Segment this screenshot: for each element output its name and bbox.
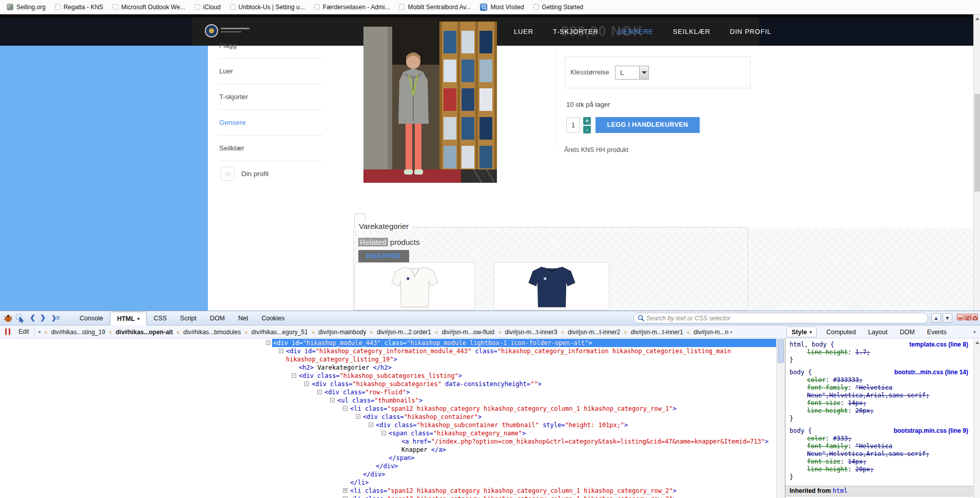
nav-item-din-profil[interactable]: DIN PROFIL	[730, 28, 772, 35]
tree-line[interactable]: -<div class="hikashop_subcategories_list…	[0, 372, 776, 380]
expander-icon[interactable]: -	[317, 390, 322, 394]
css-property[interactable]: font-size: 14px;	[790, 458, 969, 466]
tree-line[interactable]: <h2> Varekategorier </h2>	[0, 363, 776, 372]
tree-scrollbar[interactable]	[776, 338, 785, 498]
sidebar-item-gensere[interactable]: Gensere	[219, 110, 323, 136]
tree-line[interactable]: -<div class="row-fluid">	[0, 388, 776, 396]
breadcrumb-scroll-left-icon[interactable]: ◂	[38, 325, 41, 338]
breadcrumb-item[interactable]: div#jsn-m...t-inner3	[505, 329, 558, 336]
breadcrumb-item[interactable]: div#jsn-m...2.order1	[377, 329, 431, 336]
tree-line[interactable]: -<div id="hikashop_category_information_…	[0, 347, 776, 355]
side-tab-dom[interactable]: DOM	[894, 329, 921, 336]
tree-line[interactable]: hikashop_category_listing_19">	[0, 355, 776, 363]
side-tab-events[interactable]: Events	[921, 329, 953, 336]
bookmark-item[interactable]: Unblock-Us | Setting u...	[225, 0, 310, 14]
close-firebug-icon[interactable]	[971, 314, 978, 320]
back-icon[interactable]: ❮	[30, 314, 35, 321]
side-tab-style[interactable]: Style▾	[786, 327, 817, 337]
breadcrumb-item[interactable]: div#hikas...egory_51	[252, 329, 308, 336]
css-property[interactable]: font-family: "Helvetica Neue",Helvetica,…	[790, 443, 969, 458]
expander-icon[interactable]: -	[304, 381, 309, 386]
minimize-firebug-icon[interactable]	[957, 314, 964, 320]
detach-firebug-icon[interactable]	[964, 314, 971, 320]
css-file-link[interactable]: template.css (line 8)	[909, 341, 968, 349]
sidebar-item-din-profil[interactable]: ☆ Din profil	[221, 167, 268, 181]
bookmark-item[interactable]: Most Visited	[475, 0, 528, 14]
breadcrumb-item[interactable]: div#jsn-m...n	[694, 329, 728, 336]
sidebar-item-flagg[interactable]: Flagg	[219, 33, 323, 59]
bookmark-item[interactable]: Færderseilasen - Admi...	[310, 0, 395, 14]
breadcrumb-more-icon[interactable]: ▸	[731, 330, 733, 334]
bookmark-item[interactable]: Seiling.org	[2, 0, 50, 14]
scroll-up-icon[interactable]	[975, 341, 979, 344]
tree-line[interactable]: +<li class="span12 hikashop_category hik…	[0, 487, 776, 495]
tab-dom[interactable]: DOM	[203, 311, 232, 325]
nav-item-t-skjorter[interactable]: T-SKJORTER	[553, 28, 599, 35]
side-tab-computed[interactable]: Computed	[820, 329, 862, 336]
tree-line[interactable]: </li>	[0, 478, 776, 487]
expander-icon[interactable]: -	[266, 340, 271, 345]
tree-line[interactable]: -<div class="hikashop_subcontainer thumb…	[0, 421, 776, 429]
tree-line[interactable]: -<div id="hikashop_module_443" class="hi…	[0, 339, 776, 347]
expander-icon[interactable]: -	[279, 349, 283, 353]
css-property[interactable]: line-height: 20px;	[790, 466, 969, 473]
page-scrollbar[interactable]	[973, 14, 980, 311]
breadcrumb-item[interactable]: div#jsn-m...ow-fluid	[441, 329, 494, 336]
tree-line[interactable]: <a href="/index.php?option=com_hikashop&…	[0, 437, 776, 446]
scroll-up-icon[interactable]	[975, 17, 979, 20]
tree-line[interactable]: -<li class="span12 hikashop_category hik…	[0, 405, 776, 413]
expander-icon[interactable]: -	[343, 406, 348, 411]
edit-html-icon[interactable]	[5, 328, 10, 335]
tree-line[interactable]: Knapper </a>	[0, 446, 776, 454]
css-property[interactable]: font-family: "Helvetica Neue",Helvetica,…	[790, 384, 969, 399]
expander-icon[interactable]: -	[330, 398, 335, 403]
css-file-link[interactable]: bootstrap.min.css (line 9)	[894, 427, 968, 435]
style-panel-scrollbar[interactable]	[973, 338, 980, 498]
page-scrollbar-thumb[interactable]	[974, 94, 980, 191]
sidebar-item-seilkl-r[interactable]: Seilklær	[219, 136, 323, 161]
product-photo[interactable]	[363, 17, 497, 183]
breadcrumb-item[interactable]: div#hikas...open-alt	[116, 329, 172, 336]
tree-line[interactable]: -<span class="hikashop_category_name">	[0, 429, 776, 437]
search-previous-icon[interactable]: ▲	[931, 313, 941, 323]
css-property[interactable]: color: #333333;	[790, 376, 969, 384]
nav-item-luer[interactable]: LUER	[514, 28, 533, 35]
related-product-card[interactable]	[354, 262, 475, 310]
chevron-down-icon[interactable]	[639, 66, 648, 79]
breadcrumb-item[interactable]: div#jsn-m...t-inner1	[631, 329, 683, 336]
category-link-knapper[interactable]: KNAPPER	[358, 250, 409, 262]
search-input[interactable]	[646, 314, 924, 322]
breadcrumb-item[interactable]: div#hikas...bmodules	[183, 329, 241, 336]
bookmark-item[interactable]: iCloud	[190, 0, 225, 14]
tree-line[interactable]: -<div class="hikashop_subcategories" dat…	[0, 380, 776, 388]
css-property[interactable]: line-height: 1.7;	[790, 349, 969, 356]
tab-net[interactable]: Net	[232, 311, 255, 325]
tab-console[interactable]: Console	[73, 311, 110, 325]
sidebar-item-t-skjorter[interactable]: T-skjorter	[219, 84, 323, 110]
search-next-icon[interactable]: ▼	[943, 313, 952, 323]
breadcrumb-item[interactable]: div#jsn-m...t-inner2	[568, 329, 620, 336]
command-line-icon[interactable]: ❯≡	[51, 314, 59, 321]
tree-line[interactable]: </span>	[0, 454, 776, 462]
breadcrumb-item[interactable]: div#jsn-mainbody	[318, 329, 366, 336]
panel-overflow-icon[interactable]: ▸	[974, 325, 976, 338]
quantity-input[interactable]	[566, 118, 580, 132]
tab-css[interactable]: CSS	[147, 311, 174, 325]
bookmark-item[interactable]: Mobilt Sentralbord Av...	[394, 0, 475, 14]
quantity-plus-button[interactable]: +	[583, 117, 591, 125]
expander-icon[interactable]: -	[369, 423, 373, 427]
bookmark-item[interactable]: Regatta - KNS	[50, 0, 108, 14]
tab-html[interactable]: HTML▾	[110, 312, 147, 325]
quantity-minus-button[interactable]: -	[583, 126, 591, 133]
inherited-element-link[interactable]: html	[833, 487, 848, 494]
expander-icon[interactable]: -	[381, 431, 386, 435]
css-property[interactable]: line-height: 20px;	[790, 407, 969, 415]
tab-script[interactable]: Script	[174, 311, 203, 325]
expander-icon[interactable]: +	[343, 488, 348, 493]
tree-line[interactable]: -<ul class="thumbnails">	[0, 396, 776, 405]
tree-line[interactable]: </div>	[0, 462, 776, 470]
add-to-cart-button[interactable]: LEGG I HANDLEKURVEN	[595, 117, 700, 133]
tree-line[interactable]: </div>	[0, 470, 776, 478]
nav-item-seilkl-r[interactable]: SEILKLÆR	[673, 28, 710, 35]
expander-icon[interactable]: -	[356, 414, 360, 419]
